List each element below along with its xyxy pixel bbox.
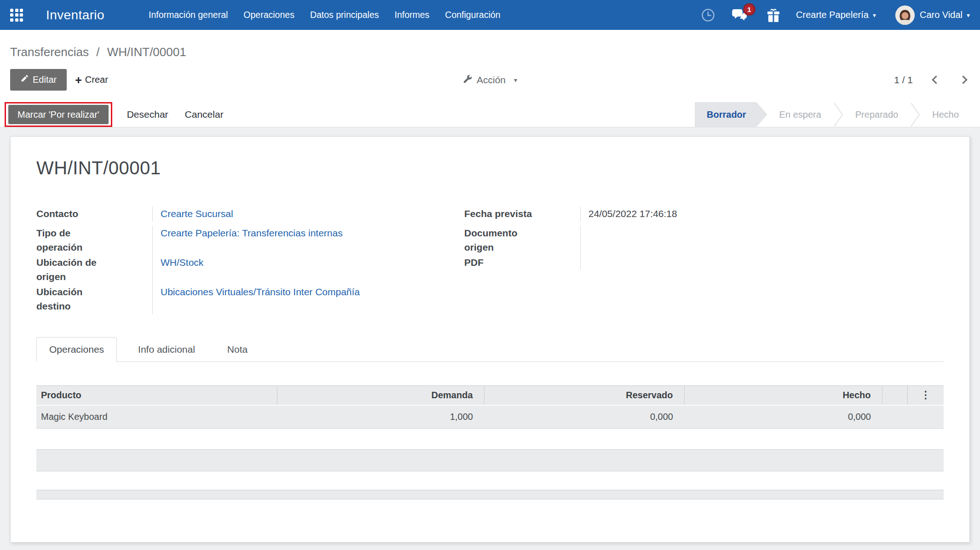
notebook-tabs: Operaciones Info adicional Nota [36,337,944,362]
step-en-espera[interactable]: En espera [767,102,833,127]
app-name[interactable]: Inventario [46,8,104,23]
create-button-label: Crear [85,74,108,85]
tab-operaciones[interactable]: Operaciones [36,337,117,362]
activities-clock-icon[interactable] [701,8,715,22]
toggle-columns-button[interactable]: ⋮ [907,385,944,405]
field-label-contacto: Contacto [36,206,152,222]
top-navbar: Inventario Información general Operacion… [0,0,980,30]
company-name: Crearte Papelería [796,10,869,20]
breadcrumb-transferencias[interactable]: Transferencias [10,45,89,59]
wrench-icon [463,74,473,86]
menu-datos-principales[interactable]: Datos principales [310,10,379,20]
step-borrador[interactable]: Borrador [695,102,767,127]
pager: 1 / 1 [894,74,970,86]
company-switcher[interactable]: Crearte Papelería ▾ [796,10,876,20]
operations-table: Producto Demanda Reservado Hecho ⋮ Magic… [36,385,944,429]
destination-location-link[interactable]: Ubicaciones Virtuales/Tránsito Inter Com… [161,286,360,297]
chevron-down-icon: ▾ [514,76,517,84]
cancel-button[interactable]: Cancelar [178,109,231,120]
column-demanda[interactable]: Demanda [277,385,484,405]
gift-icon[interactable] [767,8,780,23]
action-dropdown[interactable]: Acción ▾ [463,74,517,86]
empty-row-placeholder [36,449,944,471]
menu-configuracion[interactable]: Configuración [445,10,500,20]
step-preparado[interactable]: Preparado [843,102,910,127]
user-name: Caro Vidal [920,10,963,20]
chevron-down-icon: ▾ [967,11,970,19]
column-producto[interactable]: Producto [36,385,277,405]
column-reservado[interactable]: Reservado [484,385,684,405]
statusbar: Marcar 'Por realizar' Desechar Cancelar … [0,102,980,127]
field-label-ubicacion-origen: Ubicación de origen [36,255,152,285]
field-group-left: Contacto Crearte Sucursal Tipo de operac… [36,206,464,314]
annotation-highlight-box: Marcar 'Por realizar' [5,102,112,127]
field-label-tipo-operacion: Tipo de operación [36,226,152,255]
form-sheet: WH/INT/00001 Contacto Crearte Sucursal T… [10,136,970,543]
scheduled-date-value: 24/05/2022 17:46:18 [580,206,944,222]
table-row[interactable]: Magic Keyboard 1,000 0,000 0,000 [36,405,944,428]
chevron-down-icon: ▾ [873,11,876,19]
menu-informes[interactable]: Informes [394,10,429,20]
menu-operaciones[interactable]: Operaciones [243,10,294,20]
record-title: WH/INT/00001 [36,155,944,181]
pdf-value [580,255,944,270]
scrap-button[interactable]: Desechar [120,109,176,120]
field-label-pdf: PDF [464,255,580,270]
kebab-icon: ⋮ [921,389,931,401]
breadcrumb-separator: / [96,45,99,59]
plus-icon: + [75,75,82,85]
source-location-link[interactable]: WH/Stock [161,257,203,268]
messages-icon[interactable]: 1 [732,8,748,23]
apps-menu-icon[interactable] [10,9,23,22]
step-separator-icon [910,102,920,127]
edit-button-label: Editar [33,74,57,85]
tab-info-adicional[interactable]: Info adicional [127,338,206,361]
source-document-value [580,226,944,255]
tab-nota[interactable]: Nota [216,338,259,361]
user-menu[interactable]: Caro Vidal ▾ [895,6,970,25]
pager-previous-icon[interactable] [932,75,940,84]
create-button[interactable]: + Crear [75,74,108,85]
cell-blank [882,405,907,428]
avatar [895,6,915,25]
step-separator-icon [833,102,843,127]
pencil-icon [20,74,29,85]
breadcrumb: Transferencias / WH/INT/00001 [0,30,980,60]
field-group-right: Fecha prevista 24/05/2022 17:46:18 Docum… [464,206,944,314]
pager-next-icon[interactable] [959,75,967,84]
cell-options [907,405,944,428]
action-label: Acción [477,74,506,86]
cell-reserved: 0,000 [484,405,684,428]
edit-button[interactable]: Editar [10,69,67,91]
menu-informacion-general[interactable]: Información general [149,10,228,20]
field-label-ubicacion-destino: Ubicación destino [36,285,152,314]
cell-demand: 1,000 [277,405,484,428]
cell-done: 0,000 [684,405,882,428]
cell-product: Magic Keyboard [36,405,277,428]
main-menu: Información general Operaciones Datos pr… [149,10,501,20]
mark-todo-button[interactable]: Marcar 'Por realizar' [8,105,109,124]
pager-count: 1 / 1 [894,74,913,86]
field-label-fecha-prevista: Fecha prevista [464,206,580,222]
breadcrumb-current: WH/INT/00001 [107,45,186,59]
contact-link[interactable]: Crearte Sucursal [161,208,233,219]
empty-row-placeholder [36,490,944,499]
field-label-documento-origen: Documento origen [464,226,580,255]
operation-type-link[interactable]: Crearte Papelería: Transferencias intern… [161,228,343,238]
message-count-badge[interactable]: 1 [743,3,755,16]
column-hecho[interactable]: Hecho [684,385,882,405]
column-blank [882,385,907,405]
step-hecho[interactable]: Hecho [920,102,971,127]
status-steps: Borrador En espera Preparado Hecho [695,102,980,127]
table-header-row: Producto Demanda Reservado Hecho ⋮ [36,385,944,405]
